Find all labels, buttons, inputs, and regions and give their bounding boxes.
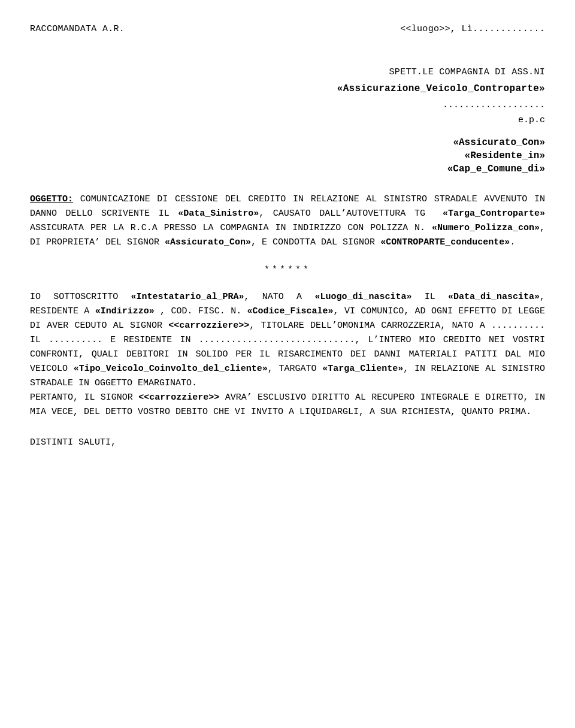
dots-line: ...................	[337, 100, 545, 110]
cap-comune-label: «Cap_e_Comune_di»	[30, 164, 545, 174]
page: RACCOMANDATA A.R. <<luogo>>, Lì.........…	[30, 24, 545, 704]
oggetto-section: OGGETTO: COMUNICAZIONE DI CESSIONE DEL C…	[30, 192, 545, 250]
header-section: RACCOMANDATA A.R. <<luogo>>, Lì.........…	[30, 24, 545, 34]
residente-in-label: «Residente_in»	[30, 150, 545, 161]
spett-label: SPETT.LE COMPAGNIA DI ASS.NI	[337, 67, 545, 77]
oggetto-text: COMUNICAZIONE DI CESSIONE DEL CREDITO IN…	[30, 194, 545, 247]
assicurato-con-ref: «Assicurato_Con»	[165, 237, 251, 247]
data-nascita: «Data_di_nascita»	[448, 292, 540, 302]
controparte-conducente: «CONTROPARTE_conducente»	[380, 237, 510, 247]
left-header: RACCOMANDATA A.R.	[30, 24, 262, 34]
raccomandata-label: RACCOMANDATA A.R.	[30, 24, 125, 34]
oggetto-label: OGGETTO:	[30, 194, 73, 204]
luogo-text: <<luogo>>, Lì.............	[262, 24, 545, 34]
body-paragraph-1: IO SOTTOSCRITTO «Intestatario_al_PRA», N…	[30, 290, 545, 391]
body-section: IO SOTTOSCRITTO «Intestatario_al_PRA», N…	[30, 290, 545, 419]
tipo-veicolo: «Tipo_Veicolo_Coinvolto_del_cliente»	[74, 364, 268, 374]
spett-block: SPETT.LE COMPAGNIA DI ASS.NI «Assicurazi…	[337, 49, 545, 125]
codice-fiscale: «Codice_Fiscale»	[247, 306, 334, 316]
right-header: <<luogo>>, Lì.............	[262, 24, 545, 34]
body-paragraph-2: PERTANTO, IL SIGNOR <<carrozziere>> AVRA…	[30, 391, 545, 419]
data-sinistro: «Data_Sinistro»	[178, 209, 259, 219]
indirizzo: «Indirizzo»	[95, 306, 155, 316]
assicurazione-veicolo: «Assicurazione_Veicolo_Controparte»	[337, 83, 545, 94]
carrozziere-2: <<carrozziere>>	[138, 392, 219, 403]
intestatario-pra: «Intestatario_al_PRA»	[131, 292, 244, 302]
epc-label: e.p.c	[337, 115, 545, 125]
luogo-nascita: «Luogo_di_nascita»	[314, 292, 411, 302]
assicurato-con-label: «Assicurato_Con»	[30, 137, 545, 148]
numero-polizza: «Numero_Polizza_con»	[432, 223, 540, 233]
targa-cliente: «Targa_Cliente»	[322, 364, 403, 374]
closing-saluti: DISTINTI SALUTI,	[30, 437, 545, 448]
targa-controparte: «Targa_Controparte»	[443, 209, 545, 219]
stars-divider: ******	[30, 265, 545, 275]
distinti-saluti: DISTINTI SALUTI,	[30, 437, 116, 448]
address-block: «Assicurato_Con» «Residente_in» «Cap_e_C…	[30, 137, 545, 174]
carrozziere-1: <<carrozziere>>	[168, 321, 249, 331]
